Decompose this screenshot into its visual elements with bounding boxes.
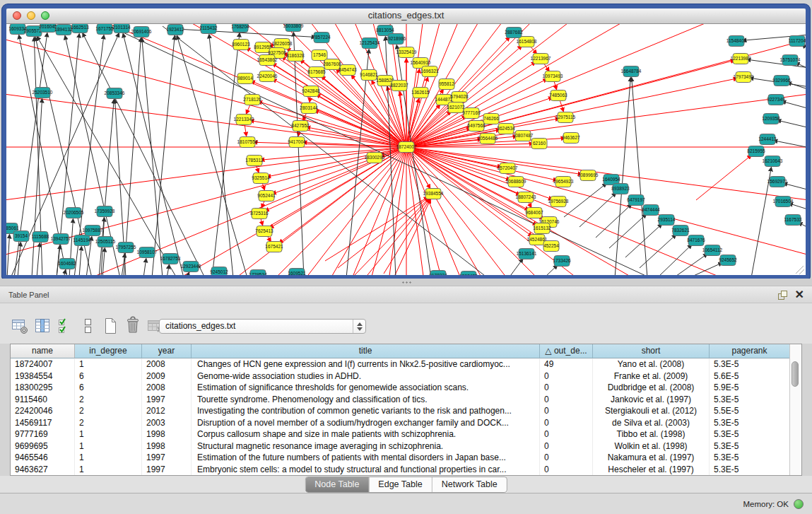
network-edge[interactable] xyxy=(782,101,806,109)
network-edge[interactable] xyxy=(79,247,81,275)
network-edge[interactable] xyxy=(145,147,406,275)
column-header-pagerank[interactable]: pagerank xyxy=(710,344,790,358)
network-edge[interactable] xyxy=(143,259,146,275)
network-node-label: 9052441 xyxy=(257,193,276,198)
memory-status-icon[interactable] xyxy=(794,499,804,509)
cell-out_degree: 0 xyxy=(540,440,593,452)
network-node-label: 8186328 xyxy=(286,53,305,58)
network-edge[interactable] xyxy=(777,120,806,128)
scrollbar-thumb[interactable] xyxy=(792,361,799,387)
network-edge[interactable] xyxy=(406,147,510,180)
cell-in_degree: 1 xyxy=(75,358,142,370)
table-selector-value: citations_edges.txt xyxy=(165,320,235,333)
network-node-label: 7832621 xyxy=(671,228,690,233)
table-row[interactable]: 911546021997Tourette syndrome. Phenomeno… xyxy=(11,394,790,406)
network-edge[interactable] xyxy=(657,245,692,275)
network-node-label: 8938923 xyxy=(611,186,630,191)
network-edge[interactable] xyxy=(142,38,163,275)
table-row[interactable]: 977716911998Corpus callosum shape and si… xyxy=(11,428,790,440)
network-node-label: 1244413 xyxy=(758,136,777,141)
table-row[interactable]: 1872400712008Changes of HCN gene express… xyxy=(11,358,790,370)
network-edge[interactable] xyxy=(696,156,751,200)
table-row[interactable]: 969969511998Structural magnetic resonanc… xyxy=(11,440,790,452)
select-columns-icon[interactable] xyxy=(33,315,52,336)
network-edge[interactable] xyxy=(7,235,9,275)
cell-short: Dudbridge et al. (2008) xyxy=(593,382,710,394)
network-node-label: 9227349 xyxy=(767,97,785,102)
network-node-label: 22420046 xyxy=(257,74,278,78)
close-window-button[interactable] xyxy=(13,11,21,20)
cell-pagerank: 5.3E-5 xyxy=(710,417,790,429)
cell-title: Disruption of a novel member of a sodium… xyxy=(192,417,540,429)
network-edge[interactable] xyxy=(774,141,806,148)
network-edge[interactable] xyxy=(632,78,647,275)
select-all-checks-icon[interactable] xyxy=(55,315,74,336)
table-row[interactable]: 1938455462009Genome-wide association stu… xyxy=(11,370,790,382)
network-edge[interactable] xyxy=(64,270,66,275)
network-edge[interactable] xyxy=(509,259,523,275)
network-node-label: 18226058 xyxy=(272,41,293,46)
close-panel-icon[interactable]: ✕ xyxy=(795,287,804,303)
network-edge[interactable] xyxy=(6,147,406,216)
network-edge[interactable] xyxy=(689,263,722,275)
panel-divider[interactable] xyxy=(0,279,812,286)
tab-edge-table[interactable]: Edge Table xyxy=(368,477,431,492)
network-edge[interactable] xyxy=(206,147,406,275)
table-row[interactable]: 946362711997Embryonic stem cells: a mode… xyxy=(11,464,790,476)
network-edge[interactable] xyxy=(102,248,105,275)
float-panel-icon[interactable] xyxy=(777,290,788,300)
network-node-label: 1117204 xyxy=(789,38,806,43)
network-edge[interactable] xyxy=(212,33,240,275)
delete-trash-icon[interactable] xyxy=(123,315,142,336)
network-edge[interactable] xyxy=(271,147,406,275)
network-node-label: 15136141 xyxy=(517,251,537,256)
table-row[interactable]: 2242004622012Investigating the contribut… xyxy=(11,405,790,417)
tab-network-table[interactable]: Network Table xyxy=(432,477,507,492)
network-canvas[interactable]: 1872400718300295193845548960123891295518… xyxy=(6,24,806,275)
network-edge[interactable] xyxy=(325,197,428,261)
network-canvas-area[interactable]: 1872400718300295193845548960123891295518… xyxy=(6,24,806,275)
network-edge[interactable] xyxy=(177,36,247,275)
network-edge[interactable] xyxy=(267,147,406,177)
divider-grip[interactable] xyxy=(401,281,411,284)
network-edge[interactable] xyxy=(789,204,806,210)
network-edge[interactable] xyxy=(544,265,558,275)
tab-node-table[interactable]: Node Table xyxy=(305,477,368,492)
minimize-window-button[interactable] xyxy=(27,11,35,20)
column-header-short[interactable]: short xyxy=(593,344,710,358)
new-table-icon[interactable] xyxy=(100,315,119,336)
cell-pagerank: 5.6E-5 xyxy=(710,370,790,382)
network-edge[interactable] xyxy=(37,243,40,275)
table-options-icon[interactable] xyxy=(10,315,29,336)
column-header-title[interactable]: title xyxy=(192,344,540,358)
table-row[interactable]: 946554611997Estimation of the future num… xyxy=(11,452,790,464)
column-header-in_degree[interactable]: in_degree xyxy=(75,344,142,358)
network-node-label: 9417004 xyxy=(288,139,306,144)
network-edge[interactable] xyxy=(88,147,406,275)
network-edge[interactable] xyxy=(152,36,175,275)
dropdown-stepper-icon[interactable] xyxy=(353,320,365,333)
table-row[interactable]: 1456911722003Disruption of a novel membe… xyxy=(11,417,790,429)
network-edge[interactable] xyxy=(167,265,169,275)
column-header-year[interactable]: year xyxy=(142,344,192,358)
network-node-label: 16154808 xyxy=(517,39,537,44)
network-node-label: 7625413 xyxy=(255,228,273,233)
table-scrollbar[interactable] xyxy=(789,344,801,475)
network-node-label: 17957255 xyxy=(116,245,136,250)
rows-icon[interactable] xyxy=(78,315,97,336)
network-node-label: 9245012 xyxy=(210,269,228,274)
column-header-out_degree[interactable]: △ out_de... xyxy=(540,344,593,358)
cell-short: Yano et al. (2008) xyxy=(593,358,710,370)
network-edge[interactable] xyxy=(784,183,806,190)
column-header-name[interactable]: name xyxy=(11,344,75,358)
table-selector-dropdown[interactable]: citations_edges.txt xyxy=(159,319,366,334)
cell-title: Estimation of significance thresholds fo… xyxy=(192,382,540,394)
network-edge[interactable] xyxy=(564,184,606,217)
network-node-label: 1662513 xyxy=(71,25,89,30)
zoom-window-button[interactable] xyxy=(41,11,49,20)
table-row[interactable]: 1830029562008Estimation of significance … xyxy=(11,382,790,394)
network-node-label: 1145194 xyxy=(73,238,91,243)
window-titlebar[interactable]: citations_edges.txt xyxy=(6,8,806,24)
canvas-resize-grip[interactable] xyxy=(796,266,804,274)
network-node-label: 9325514 xyxy=(252,175,270,180)
